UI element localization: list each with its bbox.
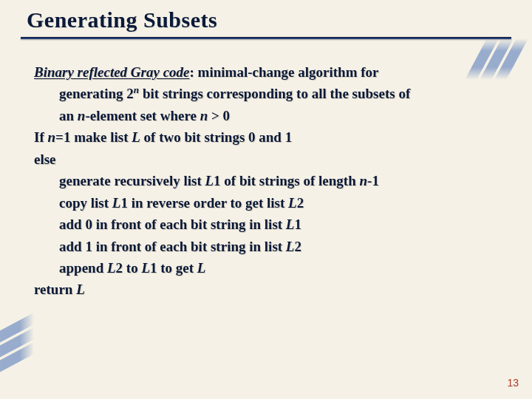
decorative-bars-bottom xyxy=(0,325,34,366)
add1-line: add 1 in front of each bit string in lis… xyxy=(34,236,498,257)
if-line: If n=1 make list L of two bit strings 0 … xyxy=(34,126,498,148)
intro-line-3: an n-element set where n > 0 xyxy=(34,105,498,126)
intro-line-1: Binary reflected Gray code: minimal-chan… xyxy=(34,61,498,83)
page-number: 13 xyxy=(507,377,519,389)
brgc-term: Binary reflected Gray code xyxy=(34,64,190,80)
return-line: return L xyxy=(34,279,498,300)
intro-pre: : minimal-change algorithm for xyxy=(190,64,379,80)
slide-title: Generating Subsets xyxy=(27,7,505,33)
add0-line: add 0 in front of each bit string in lis… xyxy=(34,214,498,235)
gen-line: generate recursively list L1 of bit stri… xyxy=(34,170,498,191)
slide-body: Binary reflected Gray code: minimal-chan… xyxy=(0,39,532,301)
copy-line: copy list L1 in reverse order to get lis… xyxy=(34,192,498,214)
else-line: else xyxy=(34,149,498,170)
append-line: append L2 to L1 to get L xyxy=(34,257,498,279)
intro-line-2: generating 2n bit strings corresponding … xyxy=(34,83,498,104)
title-area: Generating Subsets xyxy=(0,0,532,34)
slide: Generating Subsets Binary reflected Gray… xyxy=(0,0,532,399)
decorative-bars-top xyxy=(476,38,517,80)
